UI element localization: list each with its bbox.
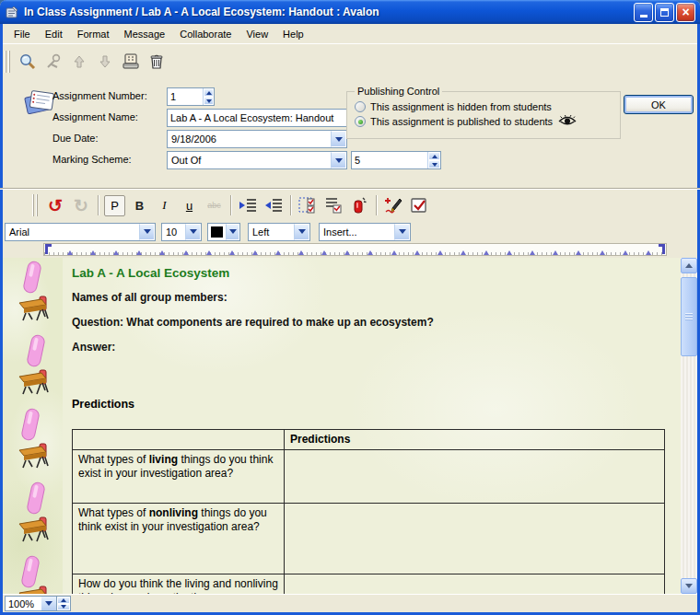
underline-button[interactable]: u — [179, 195, 200, 216]
handout-page[interactable]: Lab A - A Local Ecosystem Names of all g… — [63, 258, 681, 594]
eraser-clipart — [27, 333, 45, 368]
font-size-combo[interactable]: 10 — [161, 223, 202, 241]
assignment-number-spinner[interactable] — [167, 87, 215, 106]
redo-button-disabled[interactable]: ↻ — [70, 194, 92, 216]
marking-scheme-combo[interactable]: Out Of — [167, 151, 347, 169]
ruler[interactable] — [3, 242, 697, 258]
print-button[interactable] — [120, 51, 142, 73]
table-answer-cell[interactable] — [285, 574, 665, 595]
insert-combo[interactable]: Insert... — [319, 223, 411, 241]
move-down-button-disabled[interactable] — [94, 51, 116, 73]
left-margin-marker[interactable] — [45, 244, 52, 254]
printer-icon — [121, 52, 141, 72]
insert-dropdown-icon[interactable] — [394, 224, 410, 240]
spin-down-icon[interactable] — [428, 160, 440, 168]
due-date-dropdown-icon[interactable] — [331, 131, 346, 147]
eraser-clipart — [23, 260, 41, 295]
desk-clipart — [18, 516, 49, 543]
spell-check-button[interactable] — [408, 194, 430, 216]
editor-toolbar-grip[interactable] — [32, 194, 39, 216]
marking-scheme-dropdown-icon[interactable] — [331, 152, 346, 168]
strikethrough-button-disabled[interactable]: abc — [204, 195, 225, 216]
table-answer-cell[interactable] — [285, 450, 665, 504]
indent-button[interactable] — [237, 194, 259, 216]
text-color-combo[interactable] — [207, 223, 240, 241]
text-color-swatch — [211, 226, 223, 238]
assignment-number-input[interactable] — [168, 88, 203, 105]
move-up-button-disabled[interactable] — [68, 51, 90, 73]
table-header-empty[interactable] — [73, 430, 285, 450]
menu-message[interactable]: Message — [117, 26, 173, 42]
menu-collaborate[interactable]: Collaborate — [172, 26, 239, 42]
scrollbar-thumb[interactable] — [681, 277, 697, 356]
table-question-cell[interactable]: What types of nonliving things do you th… — [73, 504, 285, 574]
insert-answer-area-button[interactable] — [297, 194, 319, 216]
main-toolbar — [3, 43, 697, 79]
close-button[interactable]: × — [676, 3, 695, 22]
menu-edit[interactable]: Edit — [38, 26, 70, 42]
minimize-icon — [640, 15, 648, 17]
assignment-name-field[interactable] — [167, 109, 347, 127]
radio-selected-icon[interactable] — [355, 116, 366, 127]
table-question-cell[interactable]: What types of living things do you think… — [73, 450, 285, 504]
ok-button[interactable]: OK — [624, 95, 694, 114]
bold-button[interactable]: B — [129, 195, 150, 216]
menu-help[interactable]: Help — [275, 26, 311, 42]
titlebar[interactable]: In Class Assignment / Lab A - A Local Ec… — [0, 0, 700, 24]
assignment-number-spin-buttons[interactable] — [203, 88, 214, 105]
annotate-button[interactable] — [382, 194, 404, 216]
menu-format[interactable]: Format — [70, 26, 117, 42]
alignment-dropdown-icon[interactable] — [294, 224, 309, 240]
zoom-dropdown-icon[interactable] — [41, 596, 57, 611]
minimize-button[interactable] — [634, 3, 653, 22]
spin-down-icon[interactable] — [57, 604, 70, 611]
table-question-cell[interactable]: How do you think the living and nonlivin… — [73, 574, 285, 595]
maximize-icon — [660, 8, 669, 17]
marking-out-of-input[interactable] — [352, 152, 427, 168]
marking-scheme-label: Marking Scheme: — [52, 154, 132, 165]
record-response-button[interactable] — [348, 194, 370, 216]
scroll-up-icon[interactable] — [681, 258, 697, 273]
zoom-control[interactable]: 100% — [5, 596, 71, 611]
marking-out-of-spinner[interactable] — [351, 151, 441, 169]
preview-button[interactable] — [17, 51, 39, 73]
spin-up-icon[interactable] — [57, 597, 70, 604]
window-title: In Class Assignment / Lab A - A Local Ec… — [24, 6, 632, 18]
font-family-combo[interactable]: Arial — [5, 223, 156, 241]
toolbar-separator — [98, 195, 99, 215]
paragraph-style-button[interactable]: P — [104, 195, 125, 216]
spin-down-icon[interactable] — [204, 97, 214, 105]
font-family-dropdown-icon[interactable] — [139, 224, 155, 240]
table-header-predictions[interactable]: Predictions — [285, 430, 665, 450]
assignment-name-input[interactable] — [168, 110, 346, 126]
eye-icon — [558, 115, 577, 127]
spin-up-icon[interactable] — [204, 88, 214, 97]
vertical-scrollbar[interactable] — [681, 258, 697, 594]
edit-button-disabled[interactable] — [42, 51, 64, 73]
italic-button[interactable]: I — [154, 195, 175, 216]
undo-button[interactable]: ↺ — [44, 194, 66, 216]
zoom-spin-buttons[interactable] — [57, 596, 71, 611]
radio-unselected-icon[interactable] — [355, 101, 366, 112]
menu-file[interactable]: File — [6, 26, 38, 42]
table-answer-cell[interactable] — [285, 504, 665, 574]
due-date-combo[interactable]: 9/18/2006 — [167, 130, 347, 148]
marking-out-of-spin-buttons[interactable] — [427, 152, 440, 168]
font-size-dropdown-icon[interactable] — [185, 224, 201, 240]
menu-view[interactable]: View — [239, 26, 275, 42]
eraser-clipart — [27, 481, 45, 516]
maximize-button[interactable] — [655, 3, 674, 22]
pen-plus-icon — [384, 196, 402, 215]
insert-multiple-choice-button[interactable] — [322, 194, 344, 216]
spin-up-icon[interactable] — [428, 152, 440, 160]
publishing-option-published[interactable]: This assignment is published to students — [355, 115, 612, 127]
magnifier-icon — [18, 52, 37, 71]
right-margin-marker[interactable] — [659, 244, 665, 254]
scroll-down-icon[interactable] — [681, 578, 697, 594]
outdent-button[interactable] — [262, 194, 285, 216]
text-color-dropdown-icon[interactable] — [226, 224, 239, 240]
alignment-combo[interactable]: Left — [248, 223, 310, 241]
delete-button[interactable] — [146, 51, 168, 73]
toolbar-grip[interactable] — [5, 51, 11, 73]
publishing-option-hidden[interactable]: This assignment is hidden from students — [355, 101, 612, 112]
